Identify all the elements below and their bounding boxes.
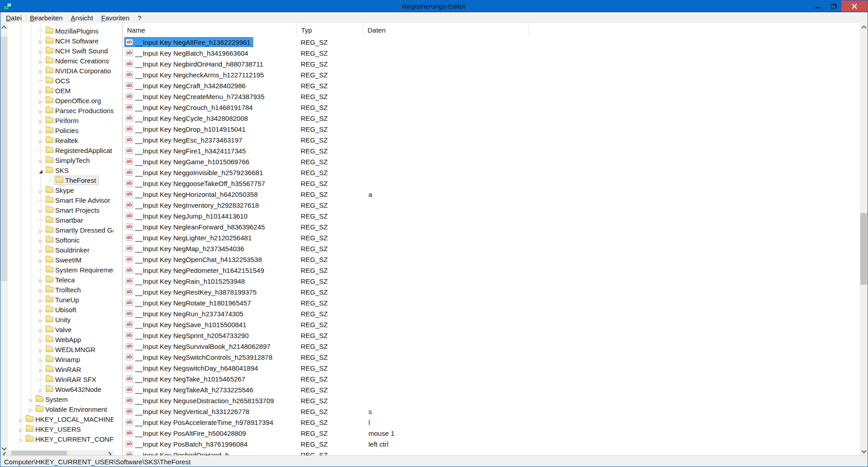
- tree-expander-icon[interactable]: [38, 315, 44, 324]
- close-button[interactable]: [841, 0, 868, 12]
- registry-value-row[interactable]: ab__Input Key NegVertical_h331226778REG_…: [123, 406, 860, 417]
- registry-value-row[interactable]: ab__Input Key NegDrop_h1014915041REG_SZ: [123, 124, 860, 134]
- tree-expander-icon[interactable]: [38, 305, 44, 315]
- tree-vertical-scrollbar-thumb[interactable]: [0, 37, 7, 281]
- scroll-right-button[interactable]: [106, 450, 113, 455]
- tree-item-system-requiremen[interactable]: System Requiremen: [0, 265, 113, 275]
- tree-item-souldrinker[interactable]: Souldrinker: [0, 245, 113, 255]
- tree-expander-icon[interactable]: [38, 334, 44, 344]
- tree-vertical-scrollbar[interactable]: [0, 23, 8, 453]
- registry-value-row[interactable]: ab__Input Key NegOpenChat_h4132253538REG…: [123, 254, 860, 265]
- tree-item-piriform[interactable]: Piriform: [0, 115, 113, 125]
- tree-item-valve[interactable]: Valve: [0, 324, 113, 334]
- tree-item-sks[interactable]: SKS: [0, 165, 113, 175]
- tree-expander-icon[interactable]: [38, 46, 44, 56]
- registry-value-row[interactable]: ab__Input Key NegPedometer_h1642151549RE…: [123, 265, 860, 276]
- tree-item-policies[interactable]: Policies: [0, 125, 113, 135]
- tree-expander-icon[interactable]: [38, 165, 44, 175]
- tree-expander-icon[interactable]: [38, 364, 44, 374]
- tree-expander-icon[interactable]: [38, 295, 44, 305]
- registry-value-row[interactable]: ab__Input Key NegRun_h2373474305REG_SZ: [123, 308, 860, 319]
- menu-item-bearbeiten[interactable]: Bearbeiten: [26, 13, 67, 23]
- registry-value-row[interactable]: ab__Input Key NegTake_h1015465267REG_SZ: [123, 373, 860, 384]
- scroll-up-button[interactable]: [0, 23, 8, 31]
- registry-value-row[interactable]: ab__Input Key NegMap_h2373454036REG_SZ: [123, 243, 860, 254]
- registry-value-row[interactable]: ab__Input Key NegHorizontal_h642050358RE…: [123, 189, 860, 200]
- tree-expander-icon[interactable]: [38, 135, 44, 145]
- tree-expander-icon[interactable]: [38, 205, 44, 215]
- tree-item-hkey-current-config[interactable]: HKEY_CURRENT_CONFIG: [0, 434, 113, 444]
- menu-item-ansicht[interactable]: Ansicht: [67, 13, 97, 23]
- tree-item-ndemic-creations[interactable]: Ndemic Creations: [0, 56, 113, 66]
- tree-item-hkey-local-machine[interactable]: HKEY_LOCAL_MACHINE: [0, 414, 113, 424]
- registry-value-row[interactable]: ab__Input Key NegCreateMenu_h724387935RE…: [123, 91, 860, 102]
- registry-value-row[interactable]: ab__Input Key NegbirdOnHand_h880738711RE…: [123, 58, 860, 69]
- tree-expander-icon[interactable]: [38, 185, 44, 195]
- tree-item-parsec-productions[interactable]: Parsec Productions: [0, 105, 113, 115]
- tree-item-smart-projects[interactable]: Smart Projects: [0, 205, 113, 215]
- tree-expander-icon[interactable]: [28, 404, 34, 414]
- menu-item-help[interactable]: ?: [133, 13, 145, 23]
- tree-expander-icon[interactable]: [38, 354, 44, 364]
- registry-value-row[interactable]: ab__Input Key NegcheckArms_h1227112195RE…: [123, 69, 860, 80]
- scroll-up-button[interactable]: [860, 23, 868, 31]
- scroll-left-button[interactable]: [0, 450, 8, 455]
- registry-value-row[interactable]: ab__Input Key NegTakeAlt_h2733225546REG_…: [123, 384, 860, 395]
- tree-expander-icon[interactable]: [18, 434, 24, 444]
- tree-expander-icon[interactable]: [38, 155, 44, 165]
- registry-value-row[interactable]: ab__Input Key NegRain_h1015253948REG_SZ: [123, 276, 860, 286]
- tree-expander-icon[interactable]: [38, 86, 44, 95]
- tree-horizontal-scrollbar-thumb[interactable]: [11, 451, 67, 455]
- registry-value-row[interactable]: ab__Input Key NeggooseTakeOff_h35567757R…: [123, 178, 860, 189]
- tree-item-sweetim[interactable]: SweetIM: [0, 255, 113, 265]
- tree-item-wedlmngr[interactable]: WEDLMNGR: [0, 344, 113, 354]
- tree-item-mozillaplugins[interactable]: MozillaPlugins: [0, 26, 113, 36]
- column-header-type[interactable]: Typ: [297, 23, 363, 37]
- column-header-data[interactable]: Daten: [363, 23, 528, 37]
- tree-expander-icon[interactable]: [38, 56, 44, 66]
- restore-button[interactable]: [826, 0, 841, 12]
- tree-item-nvidia-corporatio[interactable]: NVIDIA Corporatio: [0, 66, 113, 76]
- registry-value-row[interactable]: ab__Input Key NegLighter_h2120256481REG_…: [123, 232, 860, 243]
- tree-expander-icon[interactable]: [38, 255, 44, 265]
- registry-value-row[interactable]: ab__Input Key NeguseDistraction_h2658153…: [123, 395, 860, 406]
- registry-value-row[interactable]: ab__Input Key NegSprint_h2054733290REG_S…: [123, 330, 860, 341]
- tree-item-winrar-sfx[interactable]: WinRAR SFX: [0, 374, 113, 384]
- tree-item-smart-file-advisor[interactable]: Smart File Advisor: [0, 195, 113, 205]
- tree-item-ocs[interactable]: OCS: [0, 76, 113, 86]
- registry-value-row[interactable]: ab__Input Key NegAltFire_h1362229961REG_…: [123, 37, 860, 48]
- tree-expander-icon[interactable]: [38, 245, 44, 255]
- tree-item-winamp[interactable]: Winamp: [0, 354, 113, 364]
- tree-expander-icon[interactable]: [38, 344, 44, 354]
- tree-item-nch-swift-sound[interactable]: NCH Swift Sound: [0, 46, 113, 56]
- menu-item-favoriten[interactable]: Favoriten: [97, 13, 134, 23]
- tree-item-softonic[interactable]: Softonic: [0, 235, 113, 245]
- tree-expander-icon[interactable]: [38, 384, 44, 394]
- tree-expander-icon[interactable]: [38, 324, 44, 334]
- registry-value-row[interactable]: ab__Input Key NegFire1_h3424117345REG_SZ: [123, 145, 860, 156]
- scroll-down-button[interactable]: [860, 448, 868, 455]
- tree-item-trolltech[interactable]: Trolltech: [0, 285, 113, 295]
- tree-expander-icon[interactable]: [18, 424, 24, 434]
- menu-item-datei[interactable]: Datei: [2, 13, 26, 23]
- registry-value-row[interactable]: ab__Input Key NegBatch_h3419663604REG_SZ: [123, 48, 860, 58]
- list-vertical-scrollbar[interactable]: [860, 23, 868, 455]
- registry-value-row[interactable]: ab__Input Key NegRotate_h1801965457REG_S…: [123, 297, 860, 308]
- tree-item-skype[interactable]: Skype: [0, 185, 113, 195]
- registry-value-row[interactable]: ab__Input Key PosbirdOnHand_h…REG_SZ: [123, 449, 860, 455]
- tree-item-hkey-users[interactable]: HKEY_USERS: [0, 424, 113, 434]
- tree-item-winrar[interactable]: WinRAR: [0, 364, 113, 374]
- column-header-name[interactable]: Name: [123, 23, 297, 37]
- registry-value-row[interactable]: ab__Input Key NegswitchDay_h648041894REG…: [123, 362, 860, 373]
- tree-item-webapp[interactable]: WebApp: [0, 334, 113, 344]
- registry-value-row[interactable]: ab__Input Key NegCraft_h3428402986REG_SZ: [123, 80, 860, 91]
- tree-expander-icon[interactable]: [38, 36, 44, 46]
- tree-item-theforest[interactable]: TheForest: [0, 175, 113, 185]
- tree-item-smartly-dressed-ga[interactable]: Smartly Dressed Ga: [0, 225, 113, 235]
- registry-value-row[interactable]: ab__Input Key NegJump_h1014413610REG_SZ: [123, 210, 860, 221]
- registry-value-row[interactable]: ab__Input Key NegleanForward_h836396245R…: [123, 221, 860, 232]
- registry-value-row[interactable]: ab__Input Key NegGame_h1015069766REG_SZ: [123, 156, 860, 167]
- tree-item-nch-software[interactable]: NCH Software: [0, 36, 113, 46]
- tree-expander-icon[interactable]: [38, 95, 44, 105]
- tree-item-registeredapplicat[interactable]: RegisteredApplicat: [0, 145, 113, 155]
